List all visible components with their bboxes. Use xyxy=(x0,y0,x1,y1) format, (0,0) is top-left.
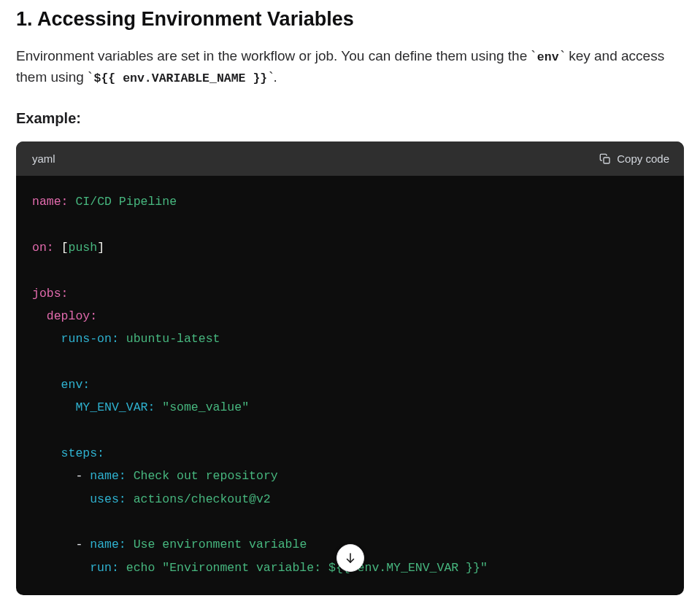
yaml-value-runs-on: ubuntu-latest xyxy=(126,332,220,346)
example-label: Example: xyxy=(16,107,684,130)
yaml-value-name: CI/CD Pipeline xyxy=(75,195,177,209)
yaml-key-on: on: xyxy=(32,241,54,255)
yaml-step-dash: - xyxy=(75,538,90,551)
article-section: 1. Accessing Environment Variables Envir… xyxy=(16,7,684,595)
yaml-key-name: name: xyxy=(32,195,69,209)
yaml-key-env: env: xyxy=(61,378,91,392)
code-language-label: yaml xyxy=(32,150,55,167)
yaml-on-item: push xyxy=(69,241,98,255)
yaml-step2-run-suffix: " xyxy=(480,561,488,575)
intro-text-1: Environment variables are set in the wor… xyxy=(16,48,531,63)
yaml-step2-name-key: name: xyxy=(90,538,126,551)
arrow-down-icon xyxy=(344,551,357,565)
yaml-step1-name-value: Check out repository xyxy=(134,469,278,483)
yaml-key-deploy: deploy: xyxy=(47,309,97,323)
code-block: yaml Copy code name: CI/CD Pipeline on: … xyxy=(16,141,684,595)
yaml-step1-uses-value: actions/checkout@v2 xyxy=(134,492,271,506)
copy-icon xyxy=(599,153,611,165)
svg-rect-0 xyxy=(604,158,609,163)
inline-code-expression: ${{ env.VARIABLE_NAME }} xyxy=(93,71,269,85)
yaml-bracket-open: [ xyxy=(61,241,69,255)
intro-text-3: . xyxy=(274,69,277,85)
code-block-header: yaml Copy code xyxy=(16,141,684,176)
scroll-down-button[interactable] xyxy=(336,544,364,572)
yaml-key-env-var: MY_ENV_VAR: xyxy=(75,400,155,414)
copy-code-label: Copy code xyxy=(617,150,669,167)
copy-code-button[interactable]: Copy code xyxy=(596,149,672,168)
yaml-step1-uses-key: uses: xyxy=(90,492,126,506)
yaml-step1-name-key: name: xyxy=(90,469,126,483)
yaml-key-steps: steps: xyxy=(61,446,104,460)
code-body[interactable]: name: CI/CD Pipeline on: [push] jobs: de… xyxy=(16,176,684,595)
yaml-value-env-var: "some_value" xyxy=(162,400,249,414)
yaml-bracket-close: ] xyxy=(97,241,104,255)
yaml-step-dash: - xyxy=(75,469,90,483)
yaml-step2-run-key: run: xyxy=(90,561,119,575)
intro-paragraph: Environment variables are set in the wor… xyxy=(16,45,684,88)
yaml-step2-name-value: Use environment variable xyxy=(134,538,307,551)
yaml-step2-run-prefix: echo "Environment variable: xyxy=(126,561,328,575)
section-heading: 1. Accessing Environment Variables xyxy=(16,7,684,32)
inline-code-env: env xyxy=(536,50,561,64)
yaml-key-runs-on: runs-on: xyxy=(61,332,119,346)
yaml-key-jobs: jobs: xyxy=(32,287,69,300)
